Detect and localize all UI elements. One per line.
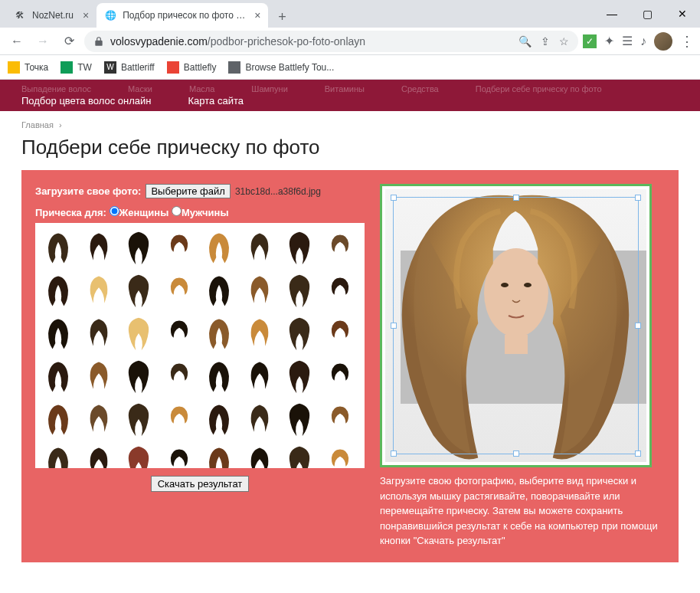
hairstyle-thumbnail[interactable] bbox=[40, 313, 77, 355]
hairstyle-thumbnail[interactable] bbox=[281, 313, 318, 355]
resize-handle[interactable] bbox=[391, 323, 397, 329]
tab-hairstyle[interactable]: 🌐 Подбор причесок по фото онла × bbox=[96, 3, 268, 28]
hairstyle-thumbnail[interactable] bbox=[201, 442, 237, 468]
hairstyle-thumbnail[interactable] bbox=[161, 442, 198, 468]
address-field[interactable]: volosvypadenie.com/podbor-prichesok-po-f… bbox=[84, 31, 578, 52]
download-result-button[interactable]: Скачать результат bbox=[151, 476, 250, 492]
hairstyle-thumbnail[interactable] bbox=[120, 228, 157, 269]
radio-women[interactable] bbox=[110, 206, 119, 216]
nav-link[interactable]: Подбери себе прическу по фото bbox=[476, 84, 602, 93]
resize-handle[interactable] bbox=[635, 195, 641, 201]
nav-link[interactable]: Масла bbox=[189, 84, 214, 93]
nav-link[interactable]: Выпадение волос bbox=[21, 84, 91, 93]
hairstyle-thumbnail[interactable] bbox=[40, 399, 77, 441]
menu-button[interactable]: ⋮ bbox=[680, 33, 694, 50]
nav-link[interactable]: Витамины bbox=[325, 84, 365, 93]
hairstyle-thumbnail[interactable] bbox=[161, 356, 198, 398]
hairstyle-thumbnail[interactable] bbox=[322, 313, 358, 355]
hairstyle-thumbnail[interactable] bbox=[322, 270, 358, 312]
hairstyle-thumbnail[interactable] bbox=[80, 228, 117, 269]
hairstyle-thumbnail[interactable] bbox=[241, 356, 278, 398]
nav-link[interactable]: Карта сайта bbox=[188, 95, 244, 106]
minimize-button[interactable]: — bbox=[594, 0, 630, 28]
hairstyle-thumbnail[interactable] bbox=[201, 356, 237, 398]
choose-file-button[interactable]: Выберите файл bbox=[146, 184, 230, 198]
extension-puzzle-icon[interactable]: ✦ bbox=[604, 34, 614, 48]
hairstyle-thumbnail[interactable] bbox=[281, 399, 318, 441]
bookmark-battlefly[interactable]: Battlefly bbox=[167, 61, 217, 74]
hairstyle-thumbnail[interactable] bbox=[80, 442, 117, 468]
hairstyle-thumbnail[interactable] bbox=[80, 270, 117, 312]
hairstyle-thumbnail[interactable] bbox=[120, 313, 157, 355]
hairstyle-thumbnail[interactable] bbox=[161, 270, 198, 312]
hairstyle-thumbnail[interactable] bbox=[322, 228, 358, 269]
hairstyle-thumbnail[interactable] bbox=[80, 356, 117, 398]
hairstyle-thumbnail[interactable] bbox=[40, 356, 77, 398]
hairstyle-thumbnail[interactable] bbox=[322, 442, 358, 468]
extension-check-icon[interactable]: ✓ bbox=[583, 34, 597, 48]
close-window-button[interactable]: ✕ bbox=[665, 0, 700, 28]
hairstyle-thumbnail[interactable] bbox=[201, 228, 237, 269]
hairstyle-thumbnail[interactable] bbox=[322, 399, 358, 441]
radio-men[interactable] bbox=[172, 206, 182, 216]
hairstyle-thumbnail[interactable] bbox=[201, 313, 237, 355]
share-icon[interactable]: ⇪ bbox=[541, 35, 550, 48]
hairstyle-thumbnail[interactable] bbox=[281, 356, 318, 398]
hairstyle-thumbnail[interactable] bbox=[281, 270, 318, 312]
bookmark-battlefy[interactable]: Browse Battlefy Tou... bbox=[228, 61, 334, 74]
hairstyle-thumbnail[interactable] bbox=[241, 399, 278, 441]
resize-handle[interactable] bbox=[391, 195, 397, 201]
hairstyle-thumbnail[interactable] bbox=[120, 270, 157, 312]
hairstyle-thumbnail[interactable] bbox=[80, 399, 117, 441]
preview-box[interactable] bbox=[380, 184, 652, 467]
close-icon[interactable]: × bbox=[254, 9, 260, 21]
tab-noznet[interactable]: 🛠 NozNet.ru × bbox=[6, 3, 96, 28]
forward-button[interactable]: → bbox=[32, 31, 54, 52]
star-icon[interactable]: ☆ bbox=[559, 35, 569, 48]
hairstyle-thumbnail[interactable] bbox=[322, 356, 358, 398]
bookmark-tw[interactable]: TW bbox=[61, 61, 92, 74]
hairstyle-thumbnail[interactable] bbox=[40, 270, 77, 312]
nav-link[interactable]: Маски bbox=[128, 84, 152, 93]
hairstyle-thumbnail[interactable] bbox=[120, 356, 157, 398]
hairstyle-thumbnail[interactable] bbox=[281, 442, 318, 468]
hairstyle-thumbnail[interactable] bbox=[80, 313, 117, 355]
extension-list-icon[interactable]: ☰ bbox=[622, 34, 633, 48]
search-icon[interactable]: 🔍 bbox=[518, 35, 532, 48]
nav-link[interactable]: Подбор цвета волос онлайн bbox=[21, 95, 152, 106]
hairstyle-thumbnail[interactable] bbox=[120, 399, 157, 441]
hairstyle-thumbnail[interactable] bbox=[241, 228, 278, 269]
hairstyle-thumbnail[interactable] bbox=[241, 270, 278, 312]
new-tab-button[interactable]: + bbox=[271, 6, 293, 28]
hairstyle-thumbnail[interactable] bbox=[120, 442, 157, 468]
resize-handle[interactable] bbox=[635, 323, 641, 329]
breadcrumb-home[interactable]: Главная bbox=[21, 120, 54, 129]
hairstyle-thumbnail[interactable] bbox=[201, 270, 237, 312]
hairstyle-thumbnail[interactable] bbox=[281, 228, 318, 269]
close-icon[interactable]: × bbox=[83, 9, 89, 21]
profile-avatar[interactable] bbox=[654, 32, 672, 51]
resize-handle[interactable] bbox=[391, 450, 397, 457]
resize-handle[interactable] bbox=[513, 450, 519, 457]
nav-link[interactable]: Шампуни bbox=[251, 84, 287, 93]
bookmarks-bar: Точка TW WBattleriff Battlefly Browse Ba… bbox=[0, 55, 700, 80]
hairstyle-thumbnail[interactable] bbox=[241, 313, 278, 355]
hairstyle-thumbnail[interactable] bbox=[40, 228, 77, 269]
hairstyle-thumbnail[interactable] bbox=[40, 442, 77, 468]
hairstyle-grid[interactable] bbox=[35, 223, 365, 468]
reload-button[interactable]: ⟳ bbox=[58, 31, 80, 52]
maximize-button[interactable]: ▢ bbox=[630, 0, 665, 28]
selection-box[interactable] bbox=[393, 197, 639, 454]
back-button[interactable]: ← bbox=[6, 31, 28, 52]
resize-handle[interactable] bbox=[635, 450, 641, 457]
resize-handle[interactable] bbox=[513, 195, 519, 201]
extension-music-icon[interactable]: ♪ bbox=[640, 34, 646, 48]
hairstyle-thumbnail[interactable] bbox=[201, 399, 237, 441]
hairstyle-thumbnail[interactable] bbox=[161, 313, 198, 355]
nav-link[interactable]: Средства bbox=[401, 84, 439, 93]
hairstyle-thumbnail[interactable] bbox=[241, 442, 278, 468]
hairstyle-thumbnail[interactable] bbox=[161, 228, 198, 269]
hairstyle-thumbnail[interactable] bbox=[161, 399, 198, 441]
bookmark-battleriff[interactable]: WBattleriff bbox=[104, 61, 155, 74]
bookmark-tochka[interactable]: Точка bbox=[8, 61, 48, 74]
